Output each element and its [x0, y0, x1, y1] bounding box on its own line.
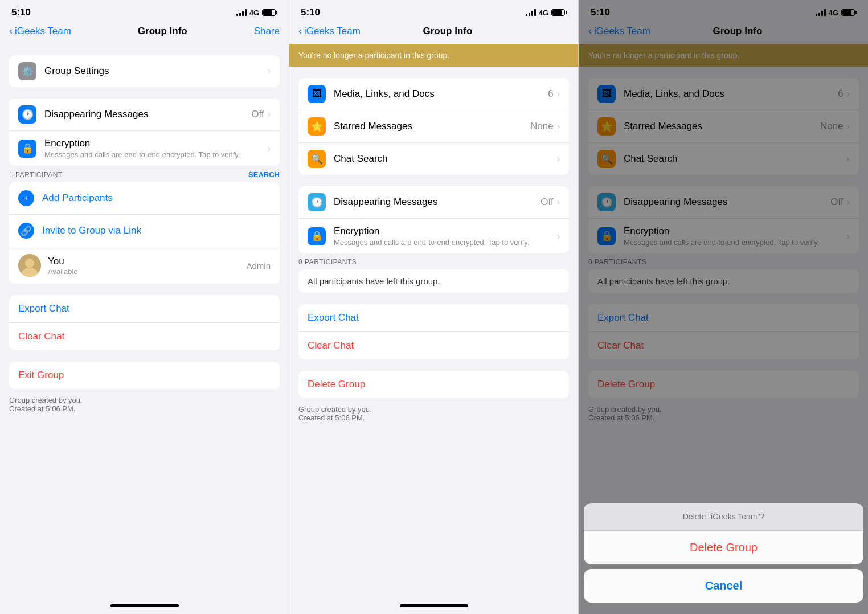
photo-icon-2: 🖼 — [308, 85, 326, 103]
encryption-chevron-2: › — [557, 231, 560, 241]
invite-link-label: Invite to Group via Link — [42, 225, 141, 236]
participant-info-1: You Available — [48, 256, 246, 276]
back-button-2[interactable]: ‹ iGeeks Team — [298, 25, 361, 37]
bottom-section-1: Export Chat Clear Chat — [0, 295, 289, 350]
encryption-row[interactable]: 🔒 Encryption Messages and calls are end-… — [9, 131, 280, 166]
export-chat-label-1: Export Chat — [18, 303, 69, 314]
back-button-1[interactable]: ‹ iGeeks Team — [9, 25, 71, 37]
starred-label-2: Starred Messages — [334, 121, 530, 132]
scroll-content-1: ⚙️ Group Settings › 🕐 Disappearing Messa… — [0, 44, 289, 597]
empty-participants-2: All participants have left this group. — [298, 269, 569, 293]
network-label-2: 4G — [539, 9, 548, 17]
lock-icon: 🔒 — [18, 140, 36, 158]
invite-link-row[interactable]: 🔗 Invite to Group via Link — [9, 215, 280, 247]
encryption-content-2: Encryption Messages and calls are end-to… — [334, 226, 557, 247]
disappearing-value-2: Off — [541, 197, 553, 208]
media-section-2: 🖼 Media, Links, and Docs 6 › ⭐ Starred M… — [289, 78, 578, 175]
chat-search-label-2: Chat Search — [334, 153, 557, 165]
participant-role-1: Admin — [246, 261, 271, 271]
settings-section-2: 🕐 Disappearing Messages Off › 🔒 Encrypti… — [289, 186, 578, 253]
home-indicator-1 — [0, 597, 289, 614]
battery-icon-2 — [551, 9, 567, 16]
delete-group-row-2[interactable]: Delete Group — [298, 371, 569, 398]
share-button-1[interactable]: Share — [254, 26, 280, 37]
gear-icon: ⚙️ — [18, 62, 36, 80]
starred-content-2: Starred Messages — [334, 121, 530, 132]
action-sheet-title-3: Delete "iGeeks Team"? — [584, 503, 863, 531]
starred-row-2[interactable]: ⭐ Starred Messages None › — [298, 110, 569, 143]
plus-icon: + — [18, 190, 34, 206]
participant-status-1: Available — [48, 267, 246, 276]
media-label-2: Media, Links, and Docs — [334, 88, 548, 100]
export-chat-row-2[interactable]: Export Chat — [298, 304, 569, 332]
action-sheet-group-3: Delete "iGeeks Team"? Delete Group — [584, 503, 863, 564]
avatar-1 — [18, 254, 41, 277]
encryption-row-2[interactable]: 🔒 Encryption Messages and calls are end-… — [298, 219, 569, 253]
footer-1: Group created by you. Created at 5:06 PM… — [0, 389, 289, 415]
home-bar-2 — [400, 604, 468, 607]
disappearing-messages-row[interactable]: 🕐 Disappearing Messages Off › — [9, 99, 280, 131]
footer-line2-1: Created at 5:06 PM. — [9, 404, 280, 413]
signal-icon-1 — [236, 9, 247, 16]
bottom-card-2: Export Chat Clear Chat — [298, 304, 569, 359]
search-icon-2: 🔍 — [308, 150, 326, 168]
scroll-content-2: 🖼 Media, Links, and Docs 6 › ⭐ Starred M… — [289, 67, 578, 597]
encryption-content: Encryption Messages and calls are end-to… — [44, 138, 268, 159]
encryption-subtitle: Messages and calls are end-to-end encryp… — [44, 150, 268, 159]
home-bar-1 — [110, 604, 179, 607]
encryption-chevron: › — [268, 144, 271, 154]
participants-search-1[interactable]: SEARCH — [248, 170, 280, 179]
settings-card-2: 🕐 Disappearing Messages Off › 🔒 Encrypti… — [298, 186, 569, 253]
clock-icon-2: 🕐 — [308, 193, 326, 211]
media-value-2: 6 — [548, 88, 553, 100]
clear-chat-label-1: Clear Chat — [18, 331, 64, 342]
status-time-1: 5:10 — [11, 7, 31, 18]
export-chat-row-1[interactable]: Export Chat — [9, 295, 280, 323]
back-label-2: iGeeks Team — [304, 26, 361, 37]
exit-card-1: Exit Group — [9, 362, 280, 389]
delete-group-confirm-button[interactable]: Delete Group — [584, 531, 863, 564]
status-bar-1: 5:10 4G — [0, 0, 289, 23]
status-bar-2: 5:10 4G — [289, 0, 578, 23]
status-time-2: 5:10 — [301, 7, 320, 18]
cancel-button-3[interactable]: Cancel — [584, 569, 863, 603]
participant-row[interactable]: You Available Admin — [9, 247, 280, 284]
signal-icon-2 — [526, 9, 536, 16]
exit-group-label: Exit Group — [18, 370, 64, 380]
footer-line2-2: Created at 5:06 PM. — [298, 414, 569, 422]
back-chevron-2: ‹ — [298, 25, 302, 37]
link-icon: 🔗 — [18, 223, 34, 239]
footer-line1-1: Group created by you. — [9, 396, 280, 404]
home-indicator-2 — [289, 597, 578, 614]
group-settings-chevron: › — [268, 66, 271, 76]
bottom-card-1: Export Chat Clear Chat — [9, 295, 280, 350]
group-settings-content: Group Settings — [44, 66, 268, 77]
media-row-2[interactable]: 🖼 Media, Links, and Docs 6 › — [298, 78, 569, 110]
page-title-1: Group Info — [138, 26, 187, 37]
chat-search-row-2[interactable]: 🔍 Chat Search › — [298, 143, 569, 175]
disappearing-content-2: Disappearing Messages — [334, 197, 541, 208]
group-settings-row[interactable]: ⚙️ Group Settings › — [9, 55, 280, 87]
participants-header-2: 0 PARTICIPANTS — [289, 253, 578, 269]
action-sheet-3: Delete "iGeeks Team"? Delete Group Cance… — [579, 503, 868, 614]
chat-search-content-2: Chat Search — [334, 153, 557, 165]
notification-text-2: You're no longer a participant in this g… — [298, 51, 449, 60]
footer-line1-2: Group created by you. — [298, 405, 569, 414]
footer-2: Group created by you. Created at 5:06 PM… — [289, 398, 578, 424]
clear-chat-row-1[interactable]: Clear Chat — [9, 323, 280, 350]
disappearing-row-2[interactable]: 🕐 Disappearing Messages Off › — [298, 186, 569, 219]
disappearing-messages-label: Disappearing Messages — [44, 109, 251, 120]
disappearing-chevron-2: › — [557, 197, 560, 207]
participants-count-1: 1 PARTICIPANT — [9, 171, 63, 179]
encryption-label-2: Encryption — [334, 226, 557, 237]
panel-3: 5:10 4G ‹ iGeeks Team Group Info You're … — [579, 0, 868, 614]
participant-name-1: You — [48, 256, 246, 267]
chat-search-chevron-2: › — [557, 154, 560, 164]
exit-group-row[interactable]: Exit Group — [9, 362, 280, 389]
star-icon-2: ⭐ — [308, 117, 326, 136]
status-icons-2: 4G — [526, 9, 567, 17]
add-participants-row[interactable]: + Add Participants — [9, 182, 280, 215]
clear-chat-label-2: Clear Chat — [308, 340, 354, 351]
clear-chat-row-2[interactable]: Clear Chat — [298, 332, 569, 359]
bottom-section-2: Export Chat Clear Chat — [289, 304, 578, 359]
